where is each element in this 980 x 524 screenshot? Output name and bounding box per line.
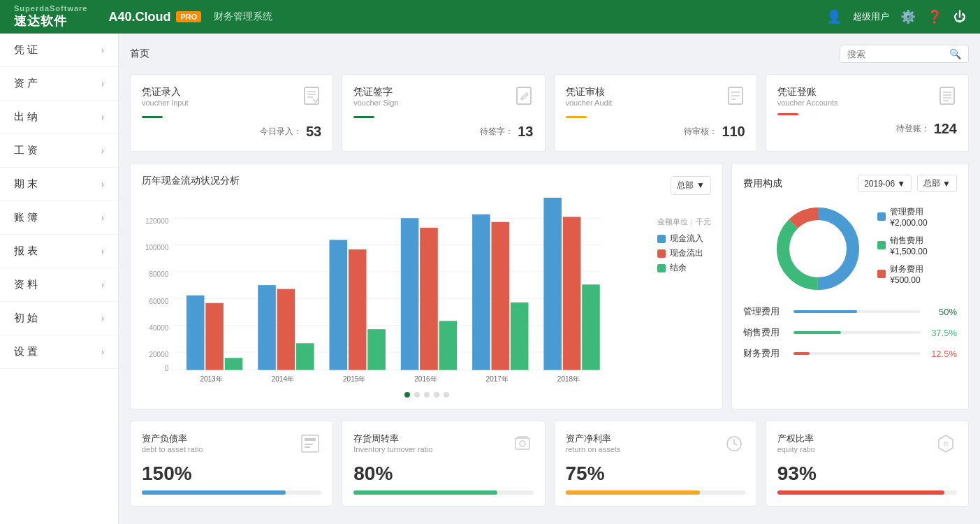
kpi-fill-1 bbox=[353, 490, 497, 495]
search-input[interactable] bbox=[847, 49, 945, 59]
sidebar-item-reports[interactable]: 报 表 › bbox=[0, 235, 118, 268]
kpi-title-3: 产权比率 bbox=[777, 432, 815, 445]
stat-subtitle: voucher Sign bbox=[353, 99, 398, 107]
svg-rect-44 bbox=[472, 214, 490, 370]
chevron-right-icon: › bbox=[101, 146, 104, 156]
logo-sub: SuperdaSoftware bbox=[14, 4, 87, 13]
expense-date-select[interactable]: 2019-06 ▼ bbox=[858, 175, 912, 192]
expense-bar-label-1: 销售费用 bbox=[743, 326, 785, 339]
sidebar-item-data[interactable]: 资 料 › bbox=[0, 268, 118, 302]
chart-dot-1[interactable] bbox=[404, 392, 410, 398]
chart-unit: 金额单位：千元 bbox=[657, 217, 711, 227]
svg-text:20000: 20000 bbox=[149, 351, 168, 358]
logo-main: 速达软件 bbox=[14, 13, 87, 29]
chevron-right-icon: › bbox=[101, 180, 104, 189]
chart-dot-4[interactable] bbox=[434, 392, 439, 398]
expense-bar-track-2 bbox=[793, 352, 921, 355]
legend-item-out: 现金流出 bbox=[657, 247, 711, 259]
search-box[interactable]: 🔍 bbox=[840, 45, 969, 63]
svg-text:40000: 40000 bbox=[149, 324, 168, 332]
search-icon[interactable]: 🔍 bbox=[949, 48, 961, 59]
stat-card-voucher-accounts: 凭证登账 voucher Accounts 待登账： 124 bbox=[766, 74, 969, 152]
stat-count: 110 bbox=[722, 124, 745, 140]
expense-bar-track-1 bbox=[793, 331, 921, 334]
expense-bar-fill-1 bbox=[793, 331, 841, 334]
svg-rect-37 bbox=[349, 249, 367, 370]
main-content: 首页 🔍 凭证录入 voucher Input 今日录入： 53 bbox=[119, 34, 980, 524]
kpi-icon-0 bbox=[299, 432, 321, 457]
stat-label: 待审核： bbox=[684, 126, 717, 138]
legend-value-0: ¥2,000.00 bbox=[890, 218, 927, 228]
donut-legend-item-2: 财务费用 ¥500.00 bbox=[877, 263, 927, 285]
expense-card: 费用构成 2019-06 ▼ 总部 ▼ bbox=[731, 163, 969, 409]
chevron-right-icon: › bbox=[101, 347, 104, 357]
chevron-right-icon: › bbox=[101, 314, 104, 323]
dept-select[interactable]: 总部 ▼ bbox=[671, 176, 711, 195]
donut-legend-item-0: 管理费用 ¥2,000.00 bbox=[877, 206, 927, 228]
sidebar-item-settings[interactable]: 设 置 › bbox=[0, 335, 118, 369]
chevron-right-icon: › bbox=[101, 45, 104, 55]
chevron-down-icon: ▼ bbox=[897, 179, 905, 189]
chart-dot-5[interactable] bbox=[444, 392, 449, 398]
sidebar-item-cashier[interactable]: 出 纳 › bbox=[0, 101, 118, 134]
svg-rect-58 bbox=[305, 444, 313, 445]
kpi-sub-2: return on assets bbox=[566, 445, 621, 453]
settings-icon[interactable]: ⚙️ bbox=[900, 9, 916, 24]
sidebar-label-settings: 设 置 bbox=[14, 345, 38, 358]
kpi-bar-3 bbox=[777, 490, 957, 495]
svg-rect-40 bbox=[401, 218, 419, 370]
help-icon[interactable]: ❓ bbox=[927, 9, 942, 24]
sidebar-item-assets[interactable]: 资 产 › bbox=[0, 67, 118, 101]
kpi-value-3: 93% bbox=[777, 463, 957, 485]
chevron-right-icon: › bbox=[101, 213, 104, 223]
breadcrumb: 首页 🔍 bbox=[130, 45, 969, 63]
svg-rect-28 bbox=[187, 296, 205, 370]
app-info: A40.Cloud PRO 财务管理系统 bbox=[108, 10, 272, 24]
chart-card: 历年现金流动状况分析 总部 ▼ 120000 100000 80000 6000… bbox=[130, 163, 723, 409]
svg-text:2013年: 2013年 bbox=[200, 375, 222, 383]
legend-label-1: 销售费用 bbox=[890, 235, 927, 247]
chevron-right-icon: › bbox=[101, 280, 104, 290]
svg-rect-9 bbox=[940, 87, 954, 104]
stat-card-voucher-input: 凭证录入 voucher Input 今日录入： 53 bbox=[130, 74, 333, 152]
svg-rect-48 bbox=[543, 198, 562, 370]
bar-chart-svg: 120000 100000 80000 60000 40000 20000 0 bbox=[142, 203, 620, 384]
power-icon[interactable]: ⏻ bbox=[953, 10, 966, 24]
svg-rect-50 bbox=[582, 284, 600, 370]
stats-row: 凭证录入 voucher Input 今日录入： 53 凭证签字 voucher… bbox=[130, 74, 969, 152]
legend-item-in: 现金流入 bbox=[657, 233, 711, 245]
chart-dot-2[interactable] bbox=[414, 392, 420, 398]
sidebar-item-voucher[interactable]: 凭 证 › bbox=[0, 34, 118, 67]
sidebar-item-period-end[interactable]: 期 末 › bbox=[0, 168, 118, 201]
expense-dept-select[interactable]: 总部 ▼ bbox=[917, 175, 957, 192]
expense-bar-pct-0: 50% bbox=[929, 307, 957, 317]
stat-subtitle: voucher Audit bbox=[566, 99, 613, 107]
stat-card-voucher-audit: 凭证审核 voucher Audit 待审核： 110 bbox=[554, 74, 757, 152]
sidebar-label-data: 资 料 bbox=[14, 278, 38, 291]
svg-rect-41 bbox=[420, 228, 438, 370]
stat-title: 凭证审核 bbox=[566, 86, 613, 99]
stat-title: 凭证签字 bbox=[353, 86, 398, 99]
middle-row: 历年现金流动状况分析 总部 ▼ 120000 100000 80000 6000… bbox=[130, 163, 969, 409]
legend-label-2: 财务费用 bbox=[890, 263, 923, 275]
kpi-fill-0 bbox=[142, 490, 286, 495]
kpi-card-1: 存货周转率 Inventory turnover ratio 80% bbox=[342, 421, 545, 507]
sidebar-item-initial[interactable]: 初 始 › bbox=[0, 302, 118, 335]
svg-rect-46 bbox=[511, 303, 529, 370]
svg-text:0: 0 bbox=[165, 365, 169, 372]
expense-bar-pct-2: 12.5% bbox=[929, 349, 957, 359]
user-icon[interactable]: 👤 bbox=[826, 9, 842, 24]
expense-bar-fill-0 bbox=[793, 310, 857, 313]
sidebar-item-ledger[interactable]: 账 簿 › bbox=[0, 201, 118, 235]
kpi-value-1: 80% bbox=[353, 463, 533, 485]
sidebar-label-reports: 报 表 bbox=[14, 245, 38, 258]
sidebar-item-salary[interactable]: 工 资 › bbox=[0, 134, 118, 168]
stat-count: 13 bbox=[518, 124, 533, 140]
svg-rect-42 bbox=[439, 321, 458, 370]
chart-dot-3[interactable] bbox=[424, 392, 430, 398]
legend-in-label: 现金流入 bbox=[670, 233, 703, 245]
svg-point-61 bbox=[520, 441, 525, 446]
stat-icon bbox=[726, 86, 745, 110]
sidebar-label-voucher: 凭 证 bbox=[14, 43, 38, 57]
chevron-right-icon: › bbox=[101, 79, 104, 89]
